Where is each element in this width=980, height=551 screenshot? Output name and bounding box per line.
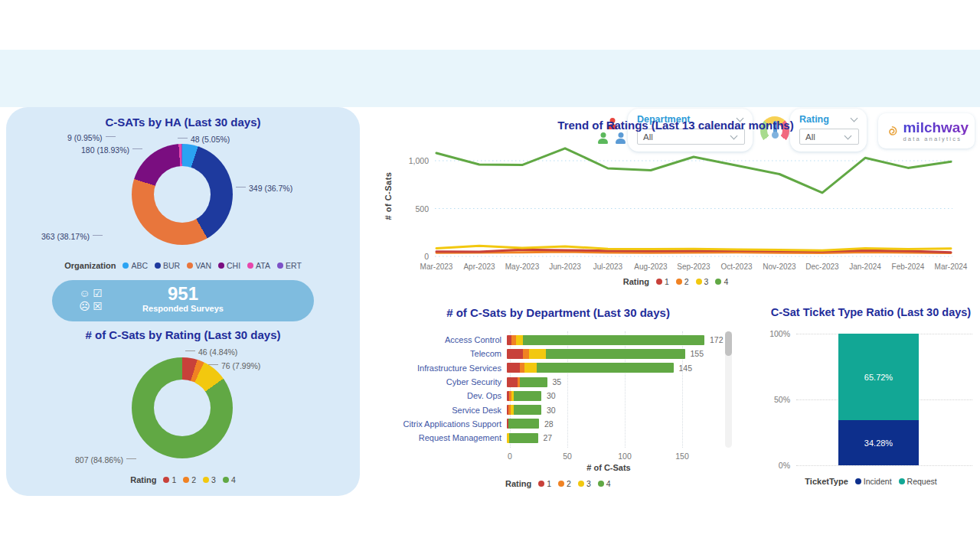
bar-segment-rating-1[interactable]	[507, 377, 518, 387]
legend-dot-icon	[558, 481, 564, 487]
department-stacked-bar[interactable]	[507, 335, 704, 345]
bar-segment-rating-2[interactable]	[523, 349, 529, 359]
legend-dot-icon	[578, 481, 584, 487]
legend-item[interactable]: VAN	[187, 261, 211, 270]
bar-segment-rating-4[interactable]	[508, 419, 540, 429]
legend-item[interactable]: Request	[899, 477, 937, 486]
legend-item[interactable]: Incident	[855, 477, 892, 486]
legend-item-label: Incident	[864, 477, 892, 486]
legend-item[interactable]: ATA	[247, 261, 270, 270]
trend-x-tick: Jun-2023	[544, 262, 586, 271]
legend-item[interactable]: 2	[676, 277, 689, 286]
legend-item[interactable]: 3	[696, 277, 709, 286]
bar-value-label: 30	[547, 391, 556, 400]
legend-item[interactable]: 2	[558, 479, 571, 488]
bar-segment-rating-3[interactable]	[524, 363, 537, 373]
legend-item-label: Request	[907, 477, 937, 486]
legend-dot-icon	[218, 262, 224, 269]
department-category-label[interactable]: Request Management	[375, 433, 507, 442]
trend-plot-area[interactable]	[435, 142, 952, 256]
incident-segment[interactable]: 34.28%	[838, 420, 919, 465]
organization-legend: Organization ABCBURVANCHIATAERT	[6, 261, 360, 270]
bar-segment-rating-4[interactable]	[523, 335, 704, 345]
bar-segment-rating-4[interactable]	[509, 433, 538, 443]
department-category-label[interactable]: Cyber Security	[375, 377, 507, 386]
bar-segment-rating-1[interactable]	[507, 349, 523, 359]
trend-y-axis-label: # of C-Sats	[384, 172, 393, 220]
rating-chart-title: # of C-Sats by Rating (Last 30 days)	[6, 328, 360, 341]
department-stacked-bar[interactable]	[507, 377, 547, 387]
request-segment[interactable]: 65.72%	[838, 334, 919, 420]
ticket-plot-area: 65.72% 34.28%	[796, 334, 972, 465]
department-x-axis-label: # of C-Sats	[510, 463, 707, 472]
ticket-y-tick: 0%	[766, 461, 790, 470]
bar-segment-rating-3[interactable]	[516, 335, 523, 345]
legend-item[interactable]: 4	[223, 475, 236, 484]
legend-item[interactable]: CHI	[218, 261, 240, 270]
legend-item[interactable]: 3	[578, 479, 591, 488]
bar-segment-rating-4[interactable]	[546, 349, 685, 359]
department-category-label[interactable]: Telecom	[375, 349, 507, 358]
legend-item-label: CHI	[227, 261, 240, 270]
legend-item[interactable]: ERT	[277, 261, 302, 270]
trend-chart-title: Trend of Ratings (Last 13 calendar month…	[375, 119, 976, 132]
trend-x-tick: May-2023	[501, 262, 544, 271]
department-stacked-bar[interactable]	[507, 405, 541, 415]
legend-item[interactable]: 1	[656, 277, 669, 286]
legend-item[interactable]: 4	[598, 479, 611, 488]
incident-segment-label: 34.28%	[864, 439, 893, 448]
bar-segment-rating-4[interactable]	[537, 363, 674, 373]
legend-title: Rating	[130, 475, 156, 484]
bar-segment-rating-4[interactable]	[514, 391, 541, 401]
department-stacked-bar[interactable]	[507, 349, 685, 359]
donut-callout: 363 (38.17%)	[41, 232, 103, 241]
department-row: Citrix Applications Support28	[375, 417, 741, 431]
legend-item[interactable]: 1	[163, 475, 176, 484]
trend-series-rating-4[interactable]	[436, 148, 951, 193]
bar-segment-rating-3[interactable]	[529, 349, 547, 359]
header: Customer Satisfaction Dashboard Departme…	[0, 50, 980, 107]
legend-item[interactable]: 1	[538, 479, 551, 488]
trend-x-tick: Jul-2023	[586, 262, 629, 271]
department-stacked-bar[interactable]	[507, 363, 674, 373]
legend-item[interactable]: 2	[183, 475, 196, 484]
department-category-label[interactable]: Access Control	[375, 335, 507, 344]
rating-donut-chart[interactable]	[132, 357, 233, 458]
department-row: Dev. Ops30	[375, 389, 741, 403]
department-row: Telecom155	[375, 347, 741, 360]
bar-value-label: 35	[553, 377, 562, 386]
department-stacked-bar[interactable]	[507, 433, 538, 443]
department-category-label[interactable]: Citrix Applications Support	[375, 419, 507, 429]
bar-segment-rating-4[interactable]	[514, 405, 541, 415]
department-stacked-bar[interactable]	[507, 391, 541, 401]
rating-legend: Rating 1234	[6, 475, 360, 484]
bar-value-label: 155	[691, 349, 704, 358]
bar-segment-rating-4[interactable]	[520, 377, 547, 387]
trend-x-tick: Nov-2023	[758, 262, 801, 271]
department-row: Service Desk30	[375, 403, 741, 416]
legend-item[interactable]: BUR	[155, 261, 180, 270]
scrollbar-thumb[interactable]	[725, 331, 732, 356]
scrollbar[interactable]	[725, 331, 732, 448]
legend-title: Rating	[505, 479, 531, 488]
legend-title: Rating	[623, 277, 649, 286]
department-category-label[interactable]: Dev. Ops	[375, 391, 507, 400]
ha-donut-chart[interactable]	[132, 144, 233, 245]
ticket-type-chart: C-Sat Ticket Type Ratio (Last 30 days) 1…	[766, 306, 976, 494]
department-x-tick: 0	[497, 452, 523, 461]
legend-item[interactable]: ABC	[122, 261, 148, 270]
trend-y-tick: 500	[395, 204, 429, 214]
donut-callout: 807 (84.86%)	[75, 455, 136, 465]
department-category-label[interactable]: Service Desk	[375, 406, 507, 415]
legend-item[interactable]: 4	[715, 277, 728, 286]
department-x-tick: 100	[612, 452, 638, 461]
bar-value-label: 145	[679, 364, 693, 373]
department-category-label[interactable]: Infrastructure Services	[375, 364, 507, 373]
trend-x-tick: Mar-2023	[415, 262, 458, 271]
ticket-stacked-bar[interactable]: 65.72% 34.28%	[838, 334, 919, 465]
legend-item[interactable]: 3	[203, 475, 216, 484]
trend-x-axis-ticks: Mar-2023Apr-2023May-2023Jun-2023Jul-2023…	[415, 262, 972, 271]
legend-item-label: 4	[724, 277, 728, 286]
bar-segment-rating-1[interactable]	[507, 363, 520, 373]
department-stacked-bar[interactable]	[507, 419, 539, 429]
